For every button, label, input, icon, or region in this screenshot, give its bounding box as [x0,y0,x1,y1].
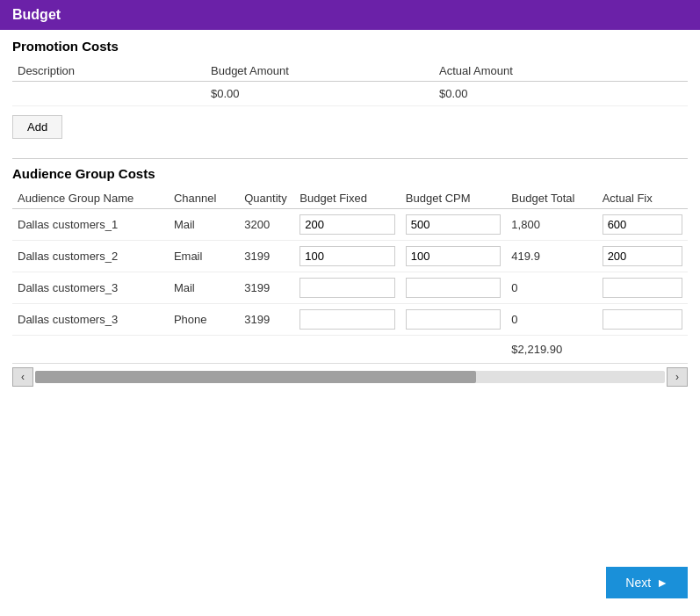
section-divider [12,158,688,159]
page-title: Budget [12,7,61,22]
row-actual-fixed[interactable] [597,241,688,272]
col-header-channel: Channel [169,188,239,209]
row-actual-fixed[interactable] [597,304,688,336]
scroll-thumb [35,371,476,383]
scroll-left-arrow[interactable]: ‹ [12,367,33,387]
audience-table-scroll-area: Audience Group Name Channel Quantity Bud… [12,188,688,390]
promo-col-budget: Budget Amount [206,61,434,82]
row-budget-fixed[interactable] [294,209,401,241]
row-quantity: 3200 [239,209,294,241]
row-budget-fixed[interactable] [294,304,401,336]
row-budget-cpm[interactable] [401,272,507,304]
row-channel: Mail [169,272,239,304]
audience-group-table: Audience Group Name Channel Quantity Bud… [12,188,688,361]
next-arrow-icon: ► [656,576,668,590]
row-budget-fixed-input[interactable] [299,214,395,235]
audience-row: Dallas customers_3Mail31990 [12,272,688,304]
audience-total-value: $2,219.90 [506,336,596,362]
promotion-costs-title: Promotion Costs [12,39,688,54]
audience-row: Dallas customers_3Phone31990 [12,304,688,336]
next-button-area: Next ► [606,567,688,598]
page-content: Promotion Costs Description Budget Amoun… [0,30,700,399]
promo-budget-amount: $0.00 [206,82,434,106]
row-quantity: 3199 [239,241,294,272]
row-budget-total: 419.9 [506,241,596,272]
audience-group-costs-title: Audience Group Costs [12,166,688,181]
audience-group-section: Audience Group Costs Audience Group Name… [12,166,688,390]
row-quantity: 3199 [239,304,294,336]
row-budget-cpm[interactable] [401,209,507,241]
row-actual-fixed-input[interactable] [603,309,682,330]
row-budget-cpm[interactable] [401,304,507,336]
promo-row: $0.00 $0.00 [12,82,688,106]
row-budget-cpm-input[interactable] [406,278,502,298]
row-budget-cpm-input[interactable] [406,214,502,235]
audience-row: Dallas customers_2Email3199419.9 [12,241,688,272]
horizontal-scrollbar[interactable]: ‹ › [12,363,688,390]
audience-row: Dallas customers_1Mail32001,800 [12,209,688,241]
row-channel: Email [169,241,239,272]
row-budget-total: 1,800 [506,209,596,241]
next-button[interactable]: Next ► [606,567,688,598]
row-budget-fixed-input[interactable] [299,278,395,298]
col-header-name: Audience Group Name [12,188,169,209]
row-actual-fixed[interactable] [597,272,688,304]
row-budget-fixed-input[interactable] [299,309,395,330]
row-name: Dallas customers_3 [12,272,169,304]
row-actual-fixed-input[interactable] [603,214,682,235]
row-actual-fixed-input[interactable] [603,246,682,266]
row-budget-fixed[interactable] [294,272,401,304]
row-name: Dallas customers_2 [12,241,169,272]
row-quantity: 3199 [239,272,294,304]
audience-total-row: $2,219.90 [12,336,688,362]
col-header-budget-fixed: Budget Fixed [294,188,401,209]
row-actual-fixed-input[interactable] [603,278,682,298]
promo-col-description: Description [12,61,206,82]
scroll-track[interactable] [35,371,665,383]
page-header: Budget [0,0,700,30]
row-name: Dallas customers_1 [12,209,169,241]
promo-description [12,82,206,106]
row-budget-cpm-input[interactable] [406,246,502,266]
row-budget-fixed[interactable] [294,241,401,272]
row-budget-cpm-input[interactable] [406,309,502,330]
row-budget-fixed-input[interactable] [299,246,395,266]
row-budget-total: 0 [506,304,596,336]
row-actual-fixed[interactable] [597,209,688,241]
row-budget-cpm[interactable] [401,241,507,272]
col-header-budget-total: Budget Total [506,188,596,209]
row-channel: Phone [169,304,239,336]
promotion-costs-table: Description Budget Amount Actual Amount … [12,61,688,106]
add-button[interactable]: Add [12,115,62,139]
row-name: Dallas customers_3 [12,304,169,336]
row-budget-total: 0 [506,272,596,304]
col-header-actual-fixed: Actual Fix [597,188,688,209]
promo-actual-amount: $0.00 [434,82,688,106]
row-channel: Mail [169,209,239,241]
col-header-budget-cpm: Budget CPM [401,188,507,209]
col-header-quantity: Quantity [239,188,294,209]
scroll-right-arrow[interactable]: › [667,367,688,387]
promo-col-actual: Actual Amount [434,61,688,82]
